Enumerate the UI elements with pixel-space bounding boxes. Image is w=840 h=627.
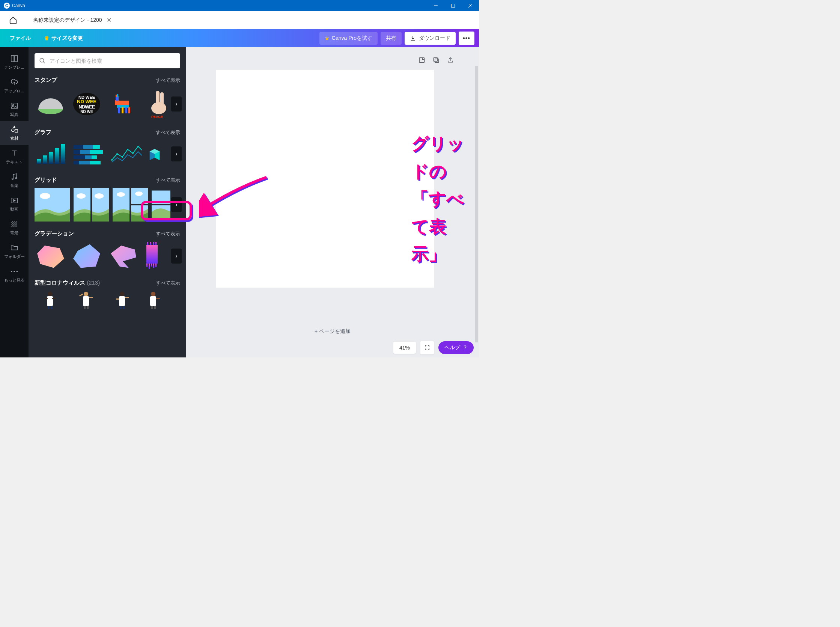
gradient-thumb-4[interactable] <box>143 242 161 270</box>
note-icon[interactable] <box>418 56 426 64</box>
help-button[interactable]: ヘルプ ？ <box>438 341 473 354</box>
resize-button[interactable]: ♛ サイズを変更 <box>39 32 88 45</box>
download-button[interactable]: ダウンロード <box>404 32 456 45</box>
svg-rect-81 <box>153 263 154 268</box>
add-page-button[interactable]: + ページを追加 <box>224 328 441 335</box>
nav-templates[interactable]: テンプレ... <box>0 50 28 74</box>
more-button[interactable]: ••• <box>459 32 474 45</box>
gradient-thumb-2[interactable] <box>71 242 103 270</box>
section-covid: 新型コロナウィルス (213) すべて表示 <box>35 279 180 309</box>
home-button[interactable] <box>0 11 26 29</box>
search-input[interactable] <box>50 58 176 64</box>
tab-bar: 名称未設定のデザイン - 1200 ✕ <box>0 11 479 29</box>
gradient-thumb-3[interactable] <box>107 242 139 270</box>
svg-point-71 <box>117 192 125 197</box>
show-all-stamp[interactable]: すべて表示 <box>156 77 180 84</box>
svg-point-105 <box>151 292 156 296</box>
svg-rect-83 <box>147 242 148 245</box>
scroll-right-icon[interactable]: › <box>171 147 182 161</box>
window-close-button[interactable] <box>462 0 479 11</box>
fullscreen-button[interactable] <box>420 341 434 354</box>
nav-text[interactable]: テキスト <box>0 145 28 169</box>
svg-rect-28 <box>122 107 123 113</box>
chart-thumb-bar[interactable] <box>35 141 68 167</box>
chart-thumb-3d[interactable] <box>147 141 166 167</box>
window-minimize-button[interactable] <box>427 0 444 11</box>
svg-rect-36 <box>43 156 47 164</box>
stamp-thumb-ufo[interactable] <box>35 88 67 120</box>
zoom-level[interactable]: 41% <box>393 342 416 354</box>
svg-point-93 <box>84 292 88 296</box>
gradient-thumb-1[interactable] <box>35 242 67 270</box>
section-title: グラフ <box>35 129 52 136</box>
scrollbar[interactable] <box>475 66 478 342</box>
section-grid: グリッド すべて表示 › <box>35 176 180 222</box>
svg-rect-108 <box>151 306 153 309</box>
svg-rect-43 <box>74 150 80 154</box>
stamp-thumb-peace[interactable]: PEACE <box>143 88 175 120</box>
chart-thumb-stacked[interactable] <box>72 141 106 167</box>
design-canvas[interactable] <box>216 70 434 288</box>
svg-rect-40 <box>74 145 83 149</box>
file-menu-button[interactable]: ファイル <box>5 32 36 45</box>
stamp-thumb-weekend[interactable]: ND WEEND WEENDWEEND WE <box>71 88 103 120</box>
crown-icon: ♛ <box>325 35 330 41</box>
tab-title: 名称未設定のデザイン - 1200 <box>33 17 102 24</box>
svg-rect-37 <box>49 152 53 164</box>
nav-photo[interactable]: 写真 <box>0 98 28 121</box>
svg-rect-107 <box>156 298 160 299</box>
grid-thumb-2[interactable] <box>74 188 109 222</box>
svg-rect-26 <box>117 94 118 97</box>
document-tab[interactable]: 名称未設定のデザイン - 1200 ✕ <box>26 11 118 29</box>
svg-rect-27 <box>118 107 120 113</box>
panel-collapse-button[interactable]: ‹ <box>182 194 186 205</box>
nav-video[interactable]: 動画 <box>0 192 28 216</box>
more-icon <box>10 267 19 276</box>
svg-rect-106 <box>150 296 156 306</box>
svg-point-87 <box>48 292 52 296</box>
svg-rect-5 <box>15 55 17 62</box>
tab-close-icon[interactable]: ✕ <box>107 17 112 24</box>
grid-thumb-1[interactable] <box>35 188 70 222</box>
grid-thumb-3[interactable] <box>113 188 148 222</box>
show-all-covid[interactable]: すべて表示 <box>156 280 180 287</box>
covid-thumb-1[interactable] <box>35 290 67 309</box>
nav-music[interactable]: 音楽 <box>0 169 28 192</box>
search-box[interactable] <box>35 53 180 68</box>
show-all-grid[interactable]: すべて表示 <box>156 177 180 184</box>
window-titlebar: C Canva <box>0 0 479 11</box>
stamp-thumb-pinata[interactable] <box>107 88 139 120</box>
covid-thumb-2[interactable] <box>71 290 103 309</box>
svg-rect-1 <box>451 4 455 8</box>
svg-rect-50 <box>79 161 90 164</box>
scroll-right-icon[interactable]: › <box>171 249 182 263</box>
nav-elements[interactable]: 素材 <box>0 121 28 145</box>
search-icon <box>39 57 46 64</box>
svg-rect-109 <box>154 306 156 309</box>
svg-rect-102 <box>116 298 119 299</box>
share-page-icon[interactable] <box>447 56 454 64</box>
try-pro-button[interactable]: ♛ Canva Proを試す <box>319 32 378 45</box>
nav-upload[interactable]: アップロ... <box>0 74 28 98</box>
show-all-gradient[interactable]: すべて表示 <box>156 230 180 237</box>
scroll-right-icon[interactable]: › <box>171 96 182 112</box>
grid-thumb-4[interactable] <box>152 188 170 222</box>
svg-rect-95 <box>79 294 83 296</box>
section-title: 新型コロナウィルス (213) <box>35 279 100 287</box>
svg-rect-101 <box>125 297 129 298</box>
text-icon <box>10 149 19 158</box>
covid-thumb-4[interactable] <box>143 290 165 309</box>
show-all-chart[interactable]: すべて表示 <box>156 129 180 136</box>
svg-line-15 <box>43 61 45 63</box>
nav-background[interactable]: 背景 <box>0 216 28 239</box>
share-button[interactable]: 共有 <box>381 32 402 45</box>
scroll-right-icon[interactable]: › <box>171 197 182 212</box>
covid-thumb-3[interactable] <box>107 290 139 309</box>
nav-more[interactable]: もっと見る <box>0 263 28 287</box>
chart-thumb-line[interactable] <box>110 141 143 167</box>
window-maximize-button[interactable] <box>444 0 462 11</box>
svg-rect-46 <box>74 156 85 159</box>
duplicate-icon[interactable] <box>433 56 440 64</box>
svg-rect-78 <box>146 263 148 267</box>
nav-folder[interactable]: フォルダー <box>0 239 28 263</box>
